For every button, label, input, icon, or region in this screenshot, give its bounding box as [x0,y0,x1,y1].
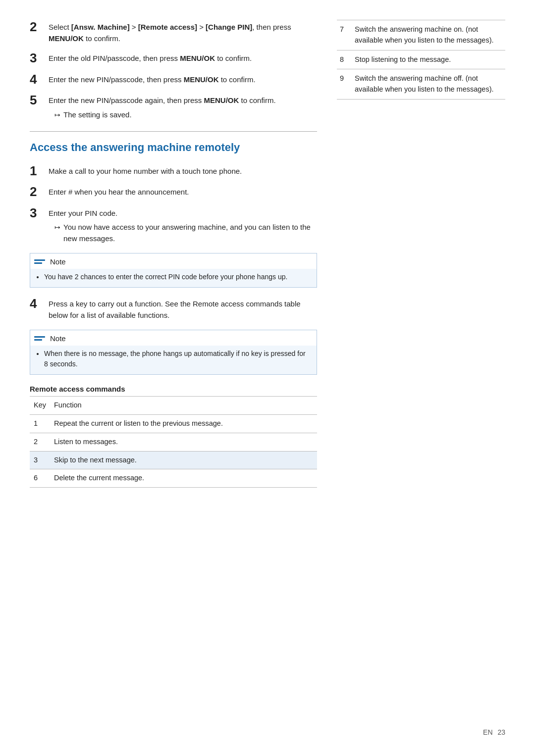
step-5: 5 Enter the new PIN/passcode again, then… [30,93,317,120]
note-1-text: You have 2 chances to enter the correct … [44,272,311,282]
step-5-arrow: ↦ The setting is saved. [54,109,276,121]
step-3: 3 Enter the old PIN/passcode, then press… [30,51,317,65]
arrow-icon: ↦ [54,110,60,120]
note-1-header: Note [30,253,317,269]
step-4-content: Enter the new PIN/passcode, then press M… [49,72,256,86]
col-key-header: Key [30,397,50,415]
note-2-header: Note [30,330,317,346]
step-3-number: 3 [30,51,44,65]
command-row-3: 3 Skip to the next message. [30,451,317,469]
section2-step-3: 3 Enter your PIN code. ↦ You now have ac… [30,206,317,245]
step-5-content: Enter the new PIN/passcode again, then p… [49,93,276,120]
page-footer: EN 23 [480,728,505,736]
command-key-1: 1 [30,415,50,433]
right-row-7: 7 Switch the answering machine on. (not … [337,20,505,50]
note-2-label: Note [50,334,66,343]
command-function-6: Delete the current message. [50,469,317,488]
section2-step-4: 4 Press a key to carry out a function. S… [30,297,317,321]
note-2-content: When there is no message, the phone hang… [30,346,317,374]
right-key-8: 8 [337,50,352,69]
note-icon-1 [34,259,45,264]
left-column: 2 Select [Answ. Machine] > [Remote acces… [30,20,317,726]
footer-lang: EN [483,728,492,736]
step3-arrow-text: You now have access to your answering ma… [63,222,317,244]
note-1-label: Note [50,257,66,266]
section2-steps: 1 Make a call to your home number with a… [30,164,317,245]
step-2: 2 Select [Answ. Machine] > [Remote acces… [30,20,317,44]
note-box-2: Note When there is no message, the phone… [30,330,317,375]
section2-step-2-number: 2 [30,185,44,199]
command-function-1: Repeat the current or listen to the prev… [50,415,317,433]
step-4-number: 4 [30,72,44,87]
right-table: 7 Switch the answering machine on. (not … [337,20,505,100]
right-key-7: 7 [337,20,352,50]
step-4: 4 Enter the new PIN/passcode, then press… [30,72,317,87]
top-steps-list: 2 Select [Answ. Machine] > [Remote acces… [30,20,317,120]
right-function-9: Switch the answering machine off. (not a… [352,69,505,100]
right-key-9: 9 [337,69,352,100]
section2-step-1-content: Make a call to your home number with a t… [49,164,242,177]
arrow-icon-2: ↦ [54,222,60,233]
command-function-3: Skip to the next message. [50,451,317,469]
col-function-header: Function [50,397,317,415]
command-row-6: 6 Delete the current message. [30,469,317,488]
footer-page: 23 [497,728,505,736]
right-function-8: Stop listening to the message. [352,50,505,69]
right-row-8: 8 Stop listening to the message. [337,50,505,69]
command-row-1: 1 Repeat the current or listen to the pr… [30,415,317,433]
step-3-content: Enter the old PIN/passcode, then press M… [49,51,252,64]
step-5-arrow-text: The setting is saved. [63,109,132,121]
section2-step-4-content: Press a key to carry out a function. See… [49,297,317,321]
section2-step-3-number: 3 [30,206,44,220]
step-2-content: Select [Answ. Machine] > [Remote access]… [49,20,317,44]
note-2-text: When there is no message, the phone hang… [44,349,311,369]
commands-section: Remote access commands Key Function 1 Re… [30,385,317,488]
note-icon-2 [34,336,45,341]
command-row-2: 2 Listen to messages. [30,433,317,451]
right-function-7: Switch the answering machine on. (not av… [352,20,505,50]
command-function-2: Listen to messages. [50,433,317,451]
section2-step-1-number: 1 [30,164,44,178]
right-row-9: 9 Switch the answering machine off. (not… [337,69,505,100]
command-key-6: 6 [30,469,50,488]
section-divider [30,131,317,132]
section2-step-4-number: 4 [30,297,44,311]
command-key-2: 2 [30,433,50,451]
section2-step-2-content: Enter # when you hear the announcement. [49,185,189,198]
section2-step-2: 2 Enter # when you hear the announcement… [30,185,317,199]
step-2-number: 2 [30,20,44,34]
note-box-1: Note You have 2 chances to enter the cor… [30,253,317,288]
commands-table: Key Function 1 Repeat the current or lis… [30,396,317,488]
commands-table-header: Key Function [30,397,317,415]
note-1-content: You have 2 chances to enter the correct … [30,269,317,287]
step3-arrow: ↦ You now have access to your answering … [54,222,317,244]
section2-step-1: 1 Make a call to your home number with a… [30,164,317,178]
commands-heading: Remote access commands [30,385,317,393]
section2-step-3-content: Enter your PIN code. ↦ You now have acce… [49,206,317,245]
section-heading: Access the answering machine remotely [30,141,317,155]
right-column: 7 Switch the answering machine on. (not … [337,20,505,726]
command-key-3: 3 [30,451,50,469]
step-5-number: 5 [30,93,44,107]
